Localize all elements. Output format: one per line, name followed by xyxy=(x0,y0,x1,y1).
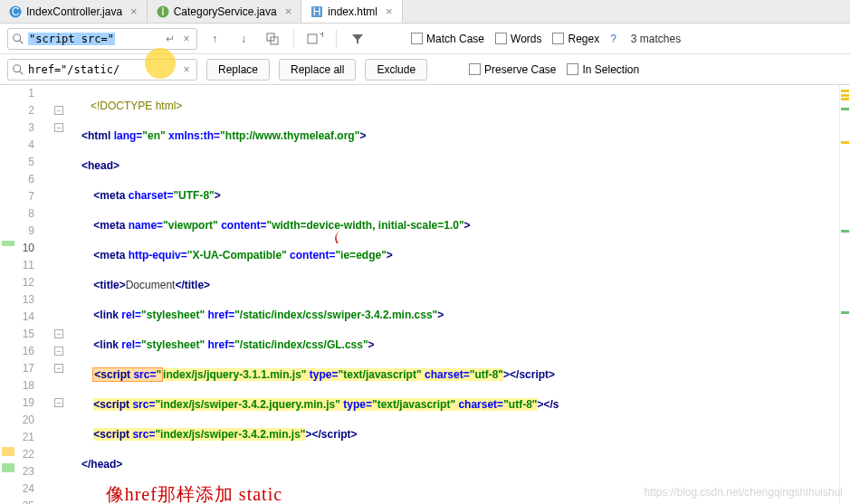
svg-point-12 xyxy=(14,64,21,71)
exclude-button[interactable]: Exclude xyxy=(365,59,427,81)
tab-label: IndexController.java xyxy=(26,5,122,18)
tab-label: CategoryService.java xyxy=(174,5,277,18)
separator xyxy=(293,30,294,48)
line-numbers: 1234567891011121314151617181920212223242… xyxy=(0,85,54,504)
svg-point-6 xyxy=(14,33,21,41)
java-class-icon: C xyxy=(9,5,22,18)
tab-label: index.html xyxy=(328,5,377,18)
regex-checkbox[interactable]: Regex xyxy=(552,33,599,45)
watermark-text: https://blog.csdn.net/chengqingshihuishu… xyxy=(645,486,844,499)
java-interface-icon: I xyxy=(157,5,169,18)
fold-toggle[interactable]: − xyxy=(54,364,63,373)
next-match-icon[interactable]: ↓ xyxy=(232,28,255,50)
newline-icon[interactable]: ↵ xyxy=(162,33,178,45)
preserve-case-checkbox[interactable]: Preserve Case xyxy=(469,63,556,76)
tab-index-controller[interactable]: C IndexController.java × xyxy=(0,0,148,23)
replace-all-button[interactable]: Replace all xyxy=(279,59,356,81)
svg-text:C: C xyxy=(12,5,20,18)
fold-toggle[interactable]: − xyxy=(54,398,63,407)
close-icon[interactable]: × xyxy=(178,63,195,76)
tab-category-service[interactable]: I CategoryService.java × xyxy=(148,0,302,23)
svg-text:H: H xyxy=(313,5,321,18)
tab-index-html[interactable]: H index.html × xyxy=(301,0,402,23)
match-count: 3 matches xyxy=(631,33,681,45)
filter-icon[interactable] xyxy=(346,28,369,50)
editor-tabs: C IndexController.java × I CategoryServi… xyxy=(0,0,850,24)
html-file-icon: H xyxy=(310,5,323,18)
annotation-text: 像href那样添加 static xyxy=(106,484,282,504)
find-input[interactable]: "script src=" xyxy=(28,33,115,45)
prev-match-icon[interactable]: ↑ xyxy=(203,28,226,50)
replace-input-wrap: × xyxy=(7,59,197,81)
replace-button[interactable]: Replace xyxy=(206,59,270,81)
regex-help-link[interactable]: ? xyxy=(610,33,616,45)
find-input-wrap: "script src=" ↵ × xyxy=(7,28,197,50)
fold-toggle[interactable]: − xyxy=(54,329,63,338)
separator xyxy=(336,30,337,48)
select-all-icon[interactable] xyxy=(261,28,284,50)
fold-toggle[interactable]: − xyxy=(54,123,63,132)
fold-toggle[interactable]: − xyxy=(54,106,63,115)
in-selection-checkbox[interactable]: In Selection xyxy=(567,63,639,76)
replace-toolbar: × Replace Replace all Exclude Preserve C… xyxy=(0,54,850,85)
svg-line-13 xyxy=(20,71,24,74)
find-toolbar: "script src=" ↵ × ↑ ↓ + Match Case Words… xyxy=(0,24,850,54)
svg-line-7 xyxy=(20,40,24,43)
code-editor[interactable]: 1234567891011121314151617181920212223242… xyxy=(0,85,850,504)
svg-text:+: + xyxy=(320,32,323,41)
fold-toggle[interactable]: − xyxy=(54,347,63,356)
match-case-checkbox[interactable]: Match Case xyxy=(411,33,484,45)
replace-input[interactable] xyxy=(24,60,178,80)
close-icon[interactable]: × xyxy=(382,5,393,18)
overview-ruler[interactable] xyxy=(839,85,850,504)
add-selection-icon[interactable]: + xyxy=(303,28,327,50)
svg-text:I: I xyxy=(161,5,164,18)
fold-column: − − − − − − − xyxy=(54,85,67,504)
words-checkbox[interactable]: Words xyxy=(495,33,541,45)
code-content[interactable]: <!DOCTYPE html> <html lang="en" xmlns:th… xyxy=(54,85,850,504)
close-icon[interactable]: × xyxy=(282,5,292,18)
close-icon[interactable]: × xyxy=(178,33,195,45)
search-icon xyxy=(12,63,24,76)
search-icon xyxy=(12,33,24,45)
close-icon[interactable]: × xyxy=(127,5,138,18)
svg-rect-10 xyxy=(308,34,317,43)
